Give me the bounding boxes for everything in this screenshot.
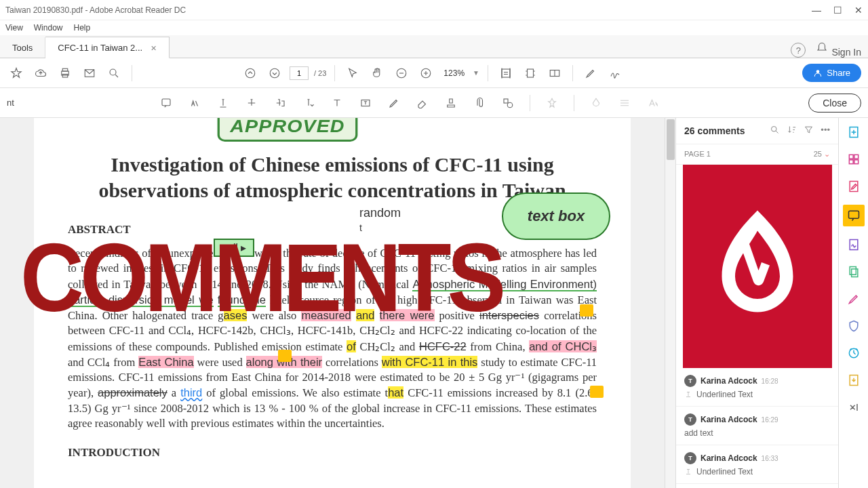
comment-tool-icon[interactable] — [843, 205, 865, 226]
print-icon[interactable] — [56, 64, 75, 83]
comments-page-group[interactable]: PAGE 1 25 ⌄ — [676, 144, 838, 165]
underline-tool-icon[interactable] — [214, 94, 233, 113]
menu-view[interactable]: View — [5, 23, 23, 33]
comment-item[interactable]: TKarina Adcock16:28 Underlined Text — [676, 368, 838, 407]
scrollbar-thumb[interactable] — [667, 119, 675, 160]
pencil-tool-icon[interactable] — [384, 94, 403, 113]
svg-rect-21 — [849, 160, 853, 164]
combine-files-icon[interactable] — [845, 150, 863, 168]
protect-icon[interactable] — [845, 317, 863, 335]
comment-type-icon: T — [684, 452, 696, 464]
zoom-in-icon[interactable] — [416, 64, 435, 83]
sticky-note-icon[interactable] — [590, 386, 604, 398]
close-toolbar-button[interactable]: Close — [808, 94, 861, 113]
select-tool-icon[interactable] — [343, 64, 362, 83]
cloud-upload-icon[interactable] — [31, 64, 50, 83]
minimize-icon[interactable]: — — [812, 5, 821, 16]
eraser-tool-icon[interactable] — [413, 94, 432, 113]
comment-item[interactable]: TKarina Adcock16:33 Underlined Text — [676, 445, 838, 484]
redact-icon[interactable] — [845, 290, 863, 308]
page-down-icon[interactable] — [265, 64, 284, 83]
more-options-icon[interactable]: ••• — [821, 125, 830, 137]
tab-tools[interactable]: Tools — [0, 37, 45, 58]
sticky-note-icon[interactable] — [580, 304, 593, 317]
mail-icon[interactable] — [80, 64, 99, 83]
svg-point-6 — [270, 68, 279, 78]
random-text-annotation[interactable]: randomt — [359, 206, 401, 235]
svg-rect-27 — [851, 269, 857, 277]
help-icon[interactable]: ? — [791, 43, 806, 58]
replace-text-tool-icon[interactable] — [271, 94, 290, 113]
svg-rect-25 — [850, 240, 858, 250]
zoom-value[interactable]: 123% — [441, 68, 467, 78]
read-mode-icon[interactable] — [545, 64, 564, 83]
shapes-tool-icon[interactable] — [498, 94, 517, 113]
fit-page-icon[interactable] — [521, 64, 540, 83]
sticky-note-icon[interactable] — [278, 350, 292, 362]
sort-comments-icon[interactable] — [787, 125, 797, 137]
strikethrough-tool-icon[interactable] — [242, 94, 261, 113]
tab-close-icon[interactable]: ✕ — [151, 44, 157, 52]
bell-icon[interactable] — [812, 39, 831, 58]
comments-panel-header: 26 comments ••• — [676, 118, 838, 144]
sign-tool-icon[interactable] — [606, 64, 625, 83]
share-button[interactable]: Share — [802, 64, 861, 82]
page-total: / 23 — [314, 69, 326, 77]
adobe-logo-overlay — [683, 165, 832, 368]
document-viewport[interactable]: APPROVED Investigation of Chinese emissi… — [0, 118, 665, 488]
textbox-tool-icon[interactable] — [356, 94, 375, 113]
callout-annotation[interactable]: call ▸ — [214, 239, 254, 257]
page-number-input[interactable] — [290, 66, 309, 80]
svg-rect-26 — [850, 267, 856, 275]
highlight-tool-icon[interactable] — [581, 64, 600, 83]
comment-item[interactable]: TKarina Adcock16:29 add text — [676, 407, 838, 445]
fit-width-icon[interactable] — [496, 64, 515, 83]
menu-help[interactable]: Help — [73, 23, 90, 33]
search-comments-icon[interactable] — [770, 125, 780, 137]
window-title: Taiwan 20190830.pdf - Adobe Acrobat Read… — [5, 5, 812, 15]
font-icon — [644, 94, 663, 113]
export-pdf-icon[interactable] — [845, 371, 863, 389]
attach-tool-icon[interactable] — [470, 94, 489, 113]
star-icon[interactable] — [7, 64, 26, 83]
insert-text-tool-icon[interactable] — [299, 94, 318, 113]
pin-icon — [542, 94, 561, 113]
comment-type-icon: T — [684, 375, 696, 387]
textbox-annotation[interactable]: text box — [502, 192, 610, 240]
page-up-icon[interactable] — [241, 64, 260, 83]
color-picker-icon — [587, 94, 606, 113]
svg-rect-19 — [849, 155, 853, 159]
menu-window[interactable]: Window — [34, 23, 63, 33]
organize-pages-icon[interactable] — [845, 263, 863, 281]
window-titlebar: Taiwan 20190830.pdf - Adobe Acrobat Read… — [0, 0, 868, 20]
stamp-tool-icon[interactable] — [441, 94, 460, 113]
edit-pdf-icon[interactable] — [845, 178, 863, 195]
vertical-scrollbar[interactable] — [665, 118, 675, 488]
create-pdf-icon[interactable] — [845, 123, 863, 141]
line-weight-icon — [615, 94, 634, 113]
svg-rect-24 — [848, 211, 859, 218]
comment-toolbar: nt Close — [0, 88, 868, 118]
sign-in-link[interactable]: Sign In — [831, 47, 861, 58]
svg-rect-22 — [854, 160, 858, 164]
comment-type-icon: T — [684, 413, 696, 426]
fill-sign-icon[interactable] — [845, 236, 863, 253]
compress-icon[interactable] — [845, 344, 863, 362]
tab-bar: Tools CFC-11 in Taiwan 2...✕ ? Sign In — [0, 35, 868, 58]
maximize-icon[interactable]: ☐ — [833, 5, 842, 16]
introduction-heading: INTRODUCTION — [68, 446, 597, 460]
sticky-note-tool-icon[interactable] — [157, 94, 176, 113]
highlight-text-tool-icon[interactable] — [185, 94, 204, 113]
svg-point-17 — [772, 127, 777, 132]
approved-stamp[interactable]: APPROVED — [218, 118, 358, 142]
zoom-out-icon[interactable] — [392, 64, 411, 83]
more-tools-icon[interactable] — [845, 399, 863, 416]
svg-rect-20 — [854, 155, 858, 159]
filter-comments-icon[interactable] — [804, 125, 814, 137]
text-tool-icon[interactable] — [328, 94, 347, 113]
svg-point-5 — [245, 68, 255, 78]
close-window-icon[interactable]: ✕ — [854, 5, 863, 16]
tab-document[interactable]: CFC-11 in Taiwan 2...✕ — [45, 37, 170, 58]
search-icon[interactable] — [104, 64, 123, 83]
hand-tool-icon[interactable] — [368, 64, 387, 83]
